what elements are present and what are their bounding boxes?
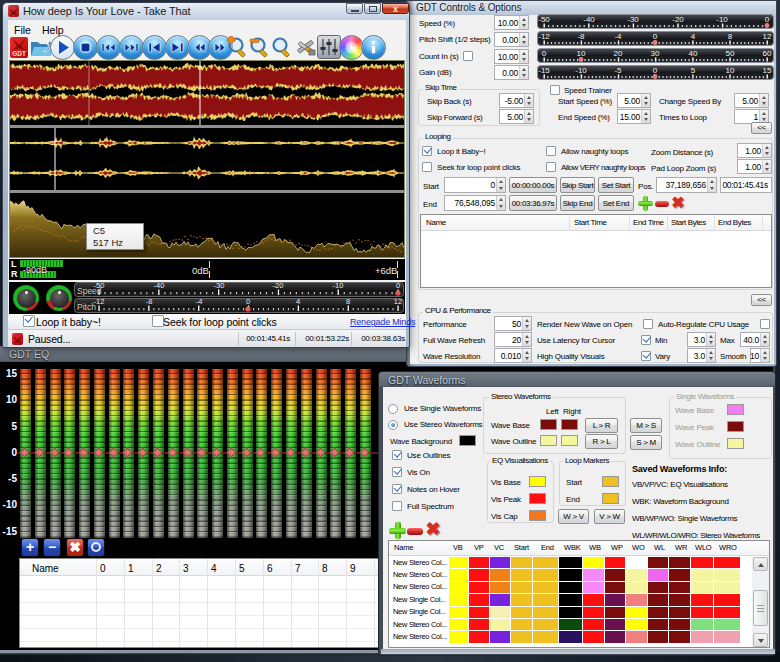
svg-text:0: 0 — [653, 32, 658, 41]
svg-text:30: 30 — [651, 49, 660, 58]
svg-text:-20: -20 — [273, 282, 284, 290]
svg-text:10: 10 — [726, 66, 735, 75]
svg-text:8: 8 — [346, 298, 350, 306]
svg-text:-10: -10 — [716, 15, 728, 24]
svg-text:0: 0 — [653, 66, 658, 75]
svg-text:-4: -4 — [614, 32, 622, 41]
svg-text:-40: -40 — [583, 15, 595, 24]
svg-text:-8: -8 — [577, 32, 585, 41]
svg-text:-10: -10 — [333, 282, 344, 290]
svg-text:-30: -30 — [214, 282, 225, 290]
svg-text:4: 4 — [296, 298, 300, 306]
svg-text:0: 0 — [246, 298, 250, 306]
svg-text:-20: -20 — [672, 15, 684, 24]
svg-text:-10: -10 — [575, 66, 587, 75]
svg-text:-30: -30 — [627, 15, 639, 24]
svg-text:12: 12 — [394, 298, 402, 306]
svg-text:12: 12 — [763, 32, 772, 41]
svg-text:40: 40 — [689, 49, 698, 58]
svg-text:15: 15 — [763, 66, 772, 75]
svg-text:-8: -8 — [146, 298, 153, 306]
svg-text:10: 10 — [577, 49, 586, 58]
svg-text:8: 8 — [728, 32, 733, 41]
svg-text:0: 0 — [542, 49, 547, 58]
svg-text:-5: -5 — [614, 66, 622, 75]
svg-text:0: 0 — [765, 15, 770, 24]
svg-text:-12: -12 — [94, 298, 105, 306]
svg-text:60: 60 — [763, 49, 772, 58]
svg-text:GDT: GDT — [12, 50, 26, 57]
svg-text:-4: -4 — [196, 298, 203, 306]
svg-text:5: 5 — [691, 66, 696, 75]
svg-text:-12: -12 — [538, 32, 550, 41]
svg-text:4: 4 — [691, 32, 696, 41]
svg-text:-50: -50 — [94, 282, 105, 290]
svg-text:0: 0 — [396, 282, 400, 290]
svg-text:50: 50 — [726, 49, 735, 58]
svg-text:20: 20 — [614, 49, 623, 58]
svg-text:-40: -40 — [154, 282, 165, 290]
svg-text:-50: -50 — [538, 15, 550, 24]
svg-text:-15: -15 — [538, 66, 550, 75]
